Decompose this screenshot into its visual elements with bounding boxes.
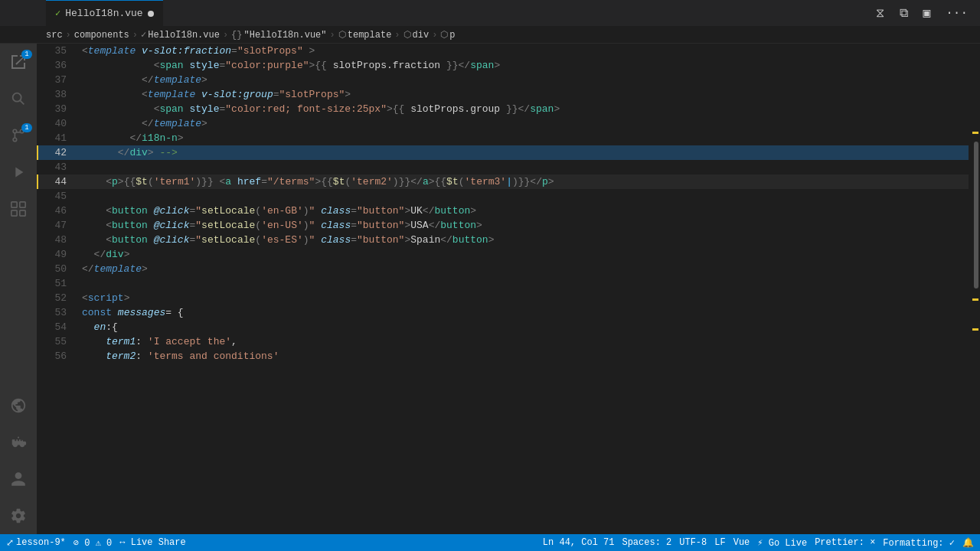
activity-extensions[interactable] (0, 191, 37, 227)
bc-p[interactable]: p (449, 30, 455, 41)
line-content: <p>{{$t('term1')}} <a href="/terms">{{$t… (76, 174, 969, 189)
activity-bar: 1 1 (0, 44, 37, 534)
activity-settings[interactable] (0, 497, 37, 534)
line-content: </div> --> (76, 145, 969, 160)
table-row: 43 (38, 160, 969, 174)
svg-line-1 (20, 100, 24, 104)
status-go-live[interactable]: ⚡ Go Live (757, 537, 807, 549)
line-number: 51 (38, 276, 76, 291)
bc-string[interactable]: "HelloI18n.vue" (244, 30, 327, 41)
table-row: 42 </div> --> (38, 145, 969, 160)
status-live-share[interactable]: ↔ Live Share (119, 537, 185, 548)
file-tab[interactable]: ✓ HelloI18n.vue (46, 0, 163, 27)
status-errors[interactable]: ⊘ 0 ⚠ 0 (74, 537, 112, 549)
activity-run[interactable] (0, 154, 37, 191)
table-row: 36 <span style="color:purple">{{ slotPro… (38, 58, 969, 73)
status-prettier[interactable]: Prettier: × (815, 537, 875, 548)
status-line-ending[interactable]: LF (714, 537, 725, 548)
tab-actions: ⧖ ⧉ ▣ ··· (871, 4, 980, 22)
activity-search[interactable] (0, 80, 37, 117)
table-row: 41 </i18n-n> (38, 131, 969, 145)
bc-file[interactable]: HelloI18n.vue (148, 30, 220, 41)
status-remote[interactable]: ⤢ lesson-9* (6, 537, 66, 549)
svg-rect-8 (20, 210, 25, 216)
table-row: 53 const messages= { (38, 305, 969, 320)
bc-div[interactable]: div (413, 30, 430, 41)
right-scrollbar[interactable] (969, 44, 980, 534)
tab-bar: ✓ HelloI18n.vue ⧖ ⧉ ▣ ··· (0, 0, 980, 27)
table-row: 39 <span style="color:red; font-size:25p… (38, 102, 969, 116)
table-row: 48 <button @click="setLocale('es-ES')" c… (38, 233, 969, 247)
status-right: Ln 44, Col 71 Spaces: 2 UTF-8 LF Vue ⚡ G… (543, 537, 974, 549)
activity-remote[interactable] (0, 387, 37, 424)
line-content: <button @click="setLocale('en-US')" clas… (76, 218, 969, 233)
table-row: 38 <template v-slot:group="slotProps"> (38, 87, 969, 102)
bc-src[interactable]: src (46, 30, 63, 41)
line-content: const messages= { (76, 305, 969, 320)
table-row: 46 <button @click="setLocale('en-GB')" c… (38, 204, 969, 218)
line-content (76, 189, 969, 204)
explorer-badge: 1 (21, 50, 32, 59)
table-row: 50 </template> (38, 262, 969, 276)
source-control-icon[interactable]: ⧖ (871, 5, 889, 22)
line-content: en:{ (76, 320, 969, 334)
line-number: 43 (38, 160, 76, 174)
more-actions-icon[interactable]: ··· (941, 5, 972, 21)
line-number: 48 (38, 233, 76, 247)
line-number: 38 (38, 87, 76, 102)
status-cursor-pos[interactable]: Ln 44, Col 71 (543, 537, 615, 548)
line-number: 55 (38, 334, 76, 349)
line-number: 49 (38, 247, 76, 262)
line-number: 44 (38, 174, 76, 189)
activity-source-control[interactable]: 1 (0, 117, 37, 154)
editor-area: 35 <template v-slot:fraction="slotProps"… (37, 44, 980, 534)
svg-rect-5 (11, 202, 17, 207)
line-number: 41 (38, 131, 76, 145)
table-row: 51 (38, 276, 969, 291)
line-content: <script> (76, 291, 969, 305)
line-number: 46 (38, 204, 76, 218)
line-content (76, 276, 969, 291)
split-editor-icon[interactable]: ⧉ (895, 5, 913, 22)
svg-rect-7 (11, 210, 17, 216)
table-row: 35 <template v-slot:fraction="slotProps"… (38, 44, 969, 58)
table-row: 45 (38, 189, 969, 204)
line-number: 42 (38, 145, 76, 160)
scrollbar-thumb[interactable] (974, 142, 978, 289)
status-left: ⤢ lesson-9* ⊘ 0 ⚠ 0 ↔ Live Share (6, 537, 186, 549)
line-content: <span style="color:purple">{{ slotProps.… (76, 58, 969, 73)
toggle-panel-icon[interactable]: ▣ (919, 4, 936, 22)
svg-point-2 (13, 138, 17, 142)
activity-explorer[interactable]: 1 (0, 44, 37, 80)
main-layout: 1 1 (0, 44, 980, 534)
bc-components[interactable]: components (74, 30, 129, 41)
scroll-marker-1 (972, 132, 978, 134)
code-editor[interactable]: 35 <template v-slot:fraction="slotProps"… (37, 44, 969, 534)
line-number: 40 (38, 116, 76, 131)
line-content: term2: 'terms and conditions' (76, 349, 969, 364)
status-language[interactable]: Vue (733, 537, 750, 548)
line-number: 52 (38, 291, 76, 305)
svg-point-0 (13, 93, 21, 102)
line-content: </i18n-n> (76, 131, 969, 145)
status-encoding[interactable]: UTF-8 (679, 537, 707, 548)
status-formatting[interactable]: Formatting: ✓ (883, 537, 955, 549)
bc-template[interactable]: template (348, 30, 392, 41)
svg-rect-6 (20, 202, 25, 207)
activity-accounts[interactable] (0, 461, 37, 497)
scroll-marker-2 (972, 298, 978, 301)
table-row: 47 <button @click="setLocale('en-US')" c… (38, 218, 969, 233)
dirty-indicator (148, 11, 154, 17)
table-row: 44 <p>{{$t('term1')}} <a href="/terms">{… (38, 174, 969, 189)
scroll-marker-3 (972, 328, 978, 331)
table-row: 55 term1: 'I accept the', (38, 334, 969, 349)
status-notifications[interactable]: 🔔 (962, 537, 974, 549)
line-content: <button @click="setLocale('es-ES')" clas… (76, 233, 969, 247)
activity-docker[interactable] (0, 424, 37, 461)
line-number: 45 (38, 189, 76, 204)
svg-point-4 (13, 129, 17, 133)
line-content: </template> (76, 116, 969, 131)
line-content: <template v-slot:fraction="slotProps" > (76, 44, 969, 58)
status-spaces[interactable]: Spaces: 2 (622, 537, 671, 548)
line-content: </template> (76, 262, 969, 276)
